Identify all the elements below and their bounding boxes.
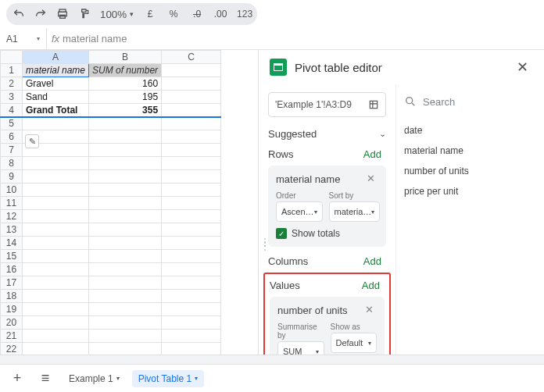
- cell[interactable]: [23, 184, 89, 197]
- col-header-b[interactable]: B: [89, 51, 162, 64]
- name-box[interactable]: A1: [0, 28, 47, 49]
- cell[interactable]: Gravel: [23, 77, 89, 91]
- cell[interactable]: [162, 130, 221, 144]
- cell[interactable]: [89, 343, 162, 355]
- summarise-select[interactable]: SUM: [277, 341, 324, 355]
- row-header[interactable]: 1: [1, 64, 23, 77]
- paint-format-button[interactable]: [73, 3, 95, 25]
- cell[interactable]: [23, 276, 89, 290]
- cell[interactable]: [89, 223, 162, 237]
- corner-cell[interactable]: [1, 51, 23, 64]
- row-header[interactable]: 18: [1, 290, 23, 303]
- cell[interactable]: [23, 316, 89, 330]
- field-number-of-units[interactable]: number of units: [404, 161, 536, 181]
- row-header[interactable]: 20: [1, 316, 23, 330]
- cell[interactable]: [162, 184, 221, 197]
- cell[interactable]: [162, 117, 221, 130]
- cell[interactable]: [162, 330, 221, 343]
- formula-bar[interactable]: material name: [59, 33, 544, 45]
- cell[interactable]: [89, 250, 162, 263]
- row-header[interactable]: 15: [1, 250, 23, 263]
- cell[interactable]: [89, 117, 162, 130]
- cell[interactable]: Grand Total: [23, 104, 89, 117]
- cell[interactable]: [89, 157, 162, 170]
- cell[interactable]: [89, 237, 162, 250]
- cell[interactable]: [23, 343, 89, 355]
- cell[interactable]: [89, 263, 162, 276]
- cell[interactable]: [162, 237, 221, 250]
- add-sheet-button[interactable]: +: [6, 368, 28, 390]
- cell[interactable]: SUM of number: [89, 64, 162, 77]
- field-price-per-unit[interactable]: price per unit: [404, 181, 536, 201]
- row-header[interactable]: 22: [1, 343, 23, 355]
- add-columns-button[interactable]: Add: [359, 255, 386, 268]
- cell[interactable]: [89, 144, 162, 157]
- row-header[interactable]: 2: [1, 77, 23, 91]
- row-header[interactable]: 4: [1, 104, 23, 117]
- row-header[interactable]: 17: [1, 276, 23, 290]
- horizontal-scrollbar[interactable]: [0, 355, 544, 364]
- zoom-dropdown[interactable]: 100%: [95, 3, 138, 25]
- cell[interactable]: Sand: [23, 91, 89, 104]
- cell[interactable]: [23, 197, 89, 210]
- cell[interactable]: [162, 144, 221, 157]
- percent-button[interactable]: %: [162, 3, 185, 25]
- cell[interactable]: [23, 223, 89, 237]
- cell[interactable]: [162, 104, 221, 117]
- sortby-select[interactable]: materia…: [329, 201, 381, 222]
- cell[interactable]: [23, 290, 89, 303]
- cell[interactable]: [23, 237, 89, 250]
- row-header[interactable]: 13: [1, 223, 23, 237]
- cell[interactable]: 160: [89, 77, 162, 91]
- close-panel-button[interactable]: ✕: [512, 58, 533, 77]
- cell[interactable]: [89, 290, 162, 303]
- row-header[interactable]: 14: [1, 237, 23, 250]
- cell[interactable]: [162, 223, 221, 237]
- row-header[interactable]: 5: [1, 117, 23, 130]
- cell[interactable]: [23, 303, 89, 316]
- cell[interactable]: [162, 170, 221, 184]
- row-header[interactable]: 7: [1, 144, 23, 157]
- col-header-a[interactable]: A: [23, 51, 89, 64]
- increase-decimal-button[interactable]: .00: [209, 3, 232, 25]
- cell[interactable]: 355: [89, 104, 162, 117]
- cell[interactable]: [162, 91, 221, 104]
- field-date[interactable]: date: [404, 120, 536, 141]
- cell[interactable]: [162, 343, 221, 355]
- all-sheets-button[interactable]: ≡: [34, 368, 56, 390]
- cell[interactable]: [162, 290, 221, 303]
- cell[interactable]: [23, 250, 89, 263]
- cell[interactable]: [162, 197, 221, 210]
- cell[interactable]: [162, 250, 221, 263]
- cell[interactable]: [89, 330, 162, 343]
- cell[interactable]: [162, 210, 221, 223]
- cell[interactable]: 195: [89, 91, 162, 104]
- format-number-button[interactable]: 123: [232, 3, 256, 25]
- tab-example-1[interactable]: Example 1▾: [63, 370, 126, 387]
- add-rows-button[interactable]: Add: [359, 148, 386, 161]
- select-range-icon[interactable]: [368, 99, 379, 110]
- undo-button[interactable]: [8, 3, 30, 25]
- remove-values-field-button[interactable]: ✕: [360, 303, 378, 316]
- row-header[interactable]: 19: [1, 303, 23, 316]
- print-button[interactable]: [52, 3, 73, 25]
- order-select[interactable]: Ascen…: [276, 201, 323, 222]
- remove-rows-field-button[interactable]: ✕: [362, 172, 380, 185]
- field-search[interactable]: Search: [404, 91, 536, 112]
- cell[interactable]: [89, 184, 162, 197]
- cell[interactable]: [89, 303, 162, 316]
- tab-pivot-table-1[interactable]: Pivot Table 1▾: [132, 370, 205, 387]
- cell[interactable]: [89, 210, 162, 223]
- cell[interactable]: [89, 197, 162, 210]
- suggested-toggle[interactable]: Suggested⌄: [268, 128, 386, 140]
- cell[interactable]: [89, 130, 162, 144]
- spreadsheet[interactable]: A B C 1 material name SUM of number 2 Gr…: [0, 50, 258, 355]
- row-header[interactable]: 12: [1, 210, 23, 223]
- show-totals-checkbox[interactable]: ✓Show totals: [276, 228, 378, 239]
- row-header[interactable]: 11: [1, 197, 23, 210]
- cell[interactable]: [23, 330, 89, 343]
- row-header[interactable]: 8: [1, 157, 23, 170]
- cell[interactable]: [89, 276, 162, 290]
- cell[interactable]: [23, 210, 89, 223]
- range-input[interactable]: 'Example 1'!A3:D9: [268, 92, 386, 117]
